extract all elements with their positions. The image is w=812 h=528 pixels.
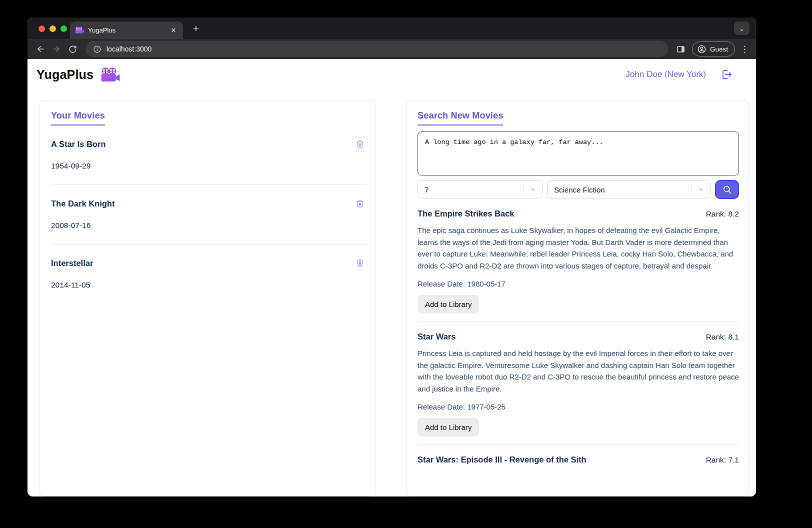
search-icon — [722, 184, 732, 195]
result-description: The epic saga continues as Luke Skywalke… — [418, 224, 739, 272]
movie-release-date: 1954-09-29 — [51, 162, 366, 170]
rank-select-value: 7 — [424, 186, 428, 194]
back-button[interactable] — [32, 41, 48, 57]
profile-button[interactable]: Guest — [692, 42, 735, 56]
search-result: The Empire Strikes Back Rank: 8.2 The ep… — [418, 209, 739, 322]
tab-close-icon[interactable]: ✕ — [169, 26, 178, 35]
tab-title: YugaPlus — [88, 26, 169, 34]
result-description: Princess Leia is captured and held hosta… — [418, 348, 739, 394]
delete-movie-button[interactable] — [354, 198, 366, 209]
result-title: The Empire Strikes Back — [418, 209, 514, 218]
library-movie-row: A Star Is Born 1954-09-29 — [51, 138, 366, 185]
tab-search-chevron-icon[interactable]: ⌄ — [734, 22, 750, 35]
tab-yugaplus[interactable]: YugaPlus ✕ — [70, 22, 183, 39]
forward-button[interactable] — [48, 41, 64, 57]
fullscreen-window-button[interactable] — [60, 26, 67, 32]
movie-release-date: 2008-07-16 — [51, 221, 366, 230]
forward-arrow-icon — [52, 44, 62, 54]
divider — [418, 444, 739, 445]
chevron-down-icon — [692, 186, 710, 193]
movie-title: Interstellar — [51, 258, 93, 268]
result-release-date: Release Date: 1980-05-17 — [418, 280, 739, 288]
app-title: YugaPlus — [36, 68, 94, 82]
close-window-button[interactable] — [38, 26, 45, 32]
side-panel-icon — [676, 44, 686, 54]
main-area: Your Movies A Star Is Born 1954-09-29 — [28, 90, 756, 496]
chevron-down-icon — [524, 186, 542, 193]
reload-button[interactable] — [64, 41, 80, 57]
search-controls: 7 Science Fiction — [418, 180, 739, 199]
rank-select[interactable]: 7 — [418, 180, 542, 199]
result-release-date: Release Date: 1977-05-25 — [418, 402, 739, 411]
user-account-link[interactable]: John Doe (New York) — [626, 70, 706, 80]
new-tab-button[interactable]: + — [189, 22, 203, 36]
result-rank: Rank: 7.1 — [706, 456, 739, 464]
url-text: localhost:3000 — [106, 45, 152, 53]
genre-select[interactable]: Science Fiction — [547, 180, 710, 199]
movie-title: A Star Is Born — [51, 140, 106, 149]
divider — [51, 184, 366, 185]
search-result: Star Wars Rank: 8.1 Princess Leia is cap… — [418, 332, 739, 445]
minimize-window-button[interactable] — [50, 26, 56, 32]
result-rank: Rank: 8.2 — [706, 210, 739, 218]
trash-icon — [355, 139, 365, 149]
logout-icon — [720, 68, 732, 80]
library-movie-row: The Dark Knight 2008-07-16 — [51, 198, 366, 244]
result-title: Star Wars — [418, 332, 456, 342]
divider — [51, 244, 366, 244]
search-movies-card: Search New Movies A long time ago in a g… — [406, 100, 748, 496]
guest-label: Guest — [710, 46, 728, 53]
app-favicon-icon — [75, 26, 84, 34]
trash-icon — [355, 258, 365, 268]
search-result: Star Wars: Episode III - Revenge of the … — [418, 455, 739, 464]
your-movies-card: Your Movies A Star Is Born 1954-09-29 — [40, 100, 376, 496]
browser-toolbar: localhost:3000 Guest ⋮ — [28, 39, 756, 59]
search-query-input[interactable]: A long time ago in a galaxy far, far awa… — [418, 132, 739, 176]
library-movie-row: Interstellar 2014-11-05 — [51, 258, 366, 290]
movie-camera-icon — [100, 67, 120, 82]
site-info-button[interactable] — [90, 42, 104, 56]
app-header: YugaPlus John Doe (New York) — [28, 59, 756, 90]
browser-window: YugaPlus ✕ + ⌄ loc — [28, 18, 756, 496]
tab-strip: YugaPlus ✕ + ⌄ — [28, 18, 756, 39]
movie-release-date: 2014-11-05 — [51, 280, 366, 290]
search-button[interactable] — [715, 180, 739, 199]
movie-title: The Dark Knight — [51, 199, 114, 208]
result-title: Star Wars: Episode III - Revenge of the … — [418, 455, 586, 464]
window-controls — [38, 26, 67, 32]
search-heading: Search New Movies — [418, 110, 503, 126]
divider — [418, 322, 739, 322]
info-icon — [93, 45, 102, 54]
side-panel-button[interactable] — [673, 41, 689, 57]
add-to-library-button[interactable]: Add to Library — [418, 418, 479, 436]
page-content: YugaPlus John Doe (New York) — [28, 59, 756, 496]
logout-button[interactable] — [720, 68, 733, 81]
delete-movie-button[interactable] — [354, 138, 366, 150]
guest-avatar-icon — [697, 44, 706, 54]
reload-icon — [68, 44, 78, 54]
your-movies-heading: Your Movies — [51, 110, 105, 126]
genre-select-value: Science Fiction — [554, 186, 605, 194]
result-rank: Rank: 8.1 — [706, 332, 739, 342]
trash-icon — [355, 198, 365, 208]
add-to-library-button[interactable]: Add to Library — [418, 295, 479, 314]
browser-menu-button[interactable]: ⋮ — [738, 42, 751, 56]
delete-movie-button[interactable] — [354, 258, 366, 268]
back-arrow-icon — [36, 44, 46, 54]
address-bar[interactable]: localhost:3000 — [86, 41, 668, 57]
